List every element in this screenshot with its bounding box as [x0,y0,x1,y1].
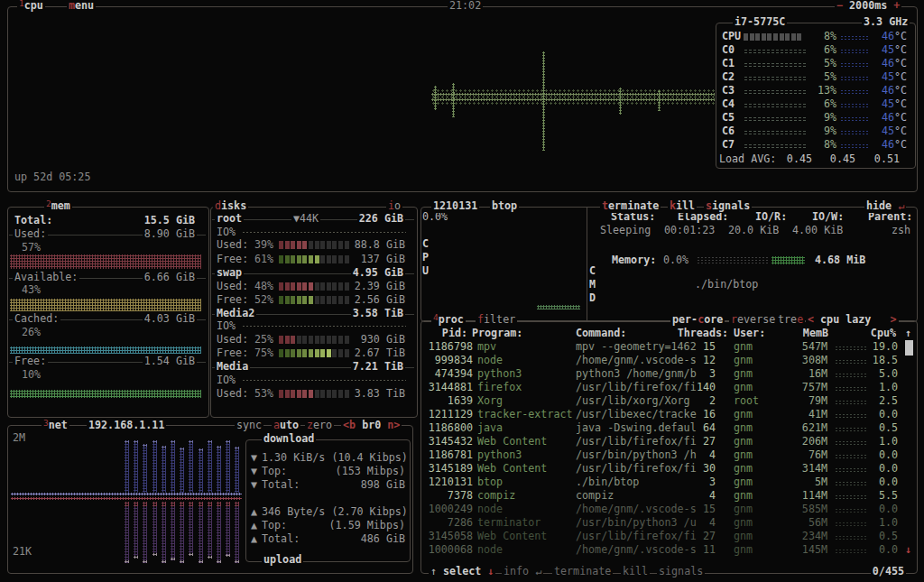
process-row-cpu[interactable]: 1.0 [879,381,898,394]
filter-label[interactable]: ilter [484,313,515,326]
sort-next[interactable]: > [871,313,896,326]
process-row-mem[interactable]: 16M [808,367,827,381]
process-row-command[interactable]: /usr/lib/firefox/fi [576,435,697,448]
cpu-box-title-label[interactable]: cpu [24,0,43,12]
filter-button[interactable]: filter [476,313,517,327]
per-core-rest[interactable]: ore [704,313,723,326]
process-row-mem[interactable]: 757M [802,381,827,394]
process-row-mem[interactable]: 56M [808,516,827,530]
net-box-title-label[interactable]: net [49,419,68,431]
process-row-threads[interactable]: 15 [703,503,716,516]
tree-label[interactable]: tre [778,313,797,326]
process-row-user[interactable]: gnm [734,543,753,557]
process-row-user[interactable]: gnm [734,462,753,476]
process-row-user[interactable]: gnm [734,476,753,489]
process-row-pid[interactable]: 1211129 [429,408,473,421]
net-box-title[interactable]: 3net [42,419,69,432]
process-row-user[interactable]: root [734,394,759,408]
process-row-command[interactable]: ./bin/btop [576,476,639,489]
process-row-threads[interactable]: 15 [703,340,716,354]
process-row-cpu[interactable]: 0.0 [879,462,898,476]
process-row-user[interactable]: gnm [734,354,753,367]
process-row-pid[interactable]: 1000068 [429,543,473,557]
process-row-threads[interactable]: 3 [709,476,716,489]
process-row-command[interactable]: /usr/lib/firefox/fi [576,381,697,394]
process-row-cpu[interactable]: 18.5 [873,354,898,367]
process-row-program[interactable]: terminator [477,516,541,530]
process-row-pid[interactable]: 7378 [448,489,473,503]
mem-box-hotkey[interactable]: 2 [46,199,51,208]
process-row-pid[interactable]: 3145432 [429,435,473,448]
process-row-pid[interactable]: 474394 [435,367,473,381]
process-row-user[interactable]: gnm [734,421,753,435]
hide-label[interactable]: hide [866,199,898,212]
terminate-label[interactable]: erminate [608,199,659,212]
info-enter-icon[interactable]: ↵ [535,565,541,577]
process-row-cpu[interactable]: 1.0 [879,516,898,530]
net-sync-button[interactable]: sync [235,419,263,432]
process-row-command[interactable]: mpv --geometry=1462 [576,340,697,354]
process-row-threads[interactable]: 2 [709,394,716,408]
process-row-mem[interactable]: 5M [815,476,827,489]
per-core-toggle[interactable]: per-core [670,313,725,327]
sort-mode[interactable]: cpu lazy [820,313,871,326]
process-row-user[interactable]: gnm [734,435,753,448]
footer-select[interactable]: ↑ select ↓ [429,565,495,578]
scrollbar-thumb[interactable] [905,340,913,356]
menu-label[interactable]: enu [75,0,94,12]
reverse-label[interactable]: everse [737,313,775,326]
process-row-user[interactable]: gnm [734,408,753,421]
net-auto-hotkey[interactable]: a [273,419,280,431]
process-row-program[interactable]: node [477,354,503,367]
net-zero-button[interactable]: zero [305,419,334,432]
signals-label[interactable]: ignals [712,199,750,212]
process-row-command[interactable]: compiz [576,489,614,503]
footer-info[interactable]: info ↵ [502,565,543,578]
process-row-threads[interactable]: 12 [703,354,716,367]
process-row-program[interactable]: mpv [477,340,496,354]
mem-box-title[interactable]: 2mem [44,199,72,213]
process-row-program[interactable]: java [477,421,503,435]
process-row-threads[interactable]: 4 [709,489,716,503]
proc-box-title[interactable]: 4proc [431,313,466,327]
mem-box-title-label[interactable]: mem [51,199,70,212]
process-row-cpu[interactable]: 0.0 [879,543,898,557]
select-down-icon[interactable]: ↓ [481,565,494,577]
process-row-command[interactable]: /usr/bin/python3 /h [576,448,697,462]
process-row-mem[interactable]: 206M [802,435,827,448]
process-row-program[interactable]: btop [477,476,503,489]
process-row-pid[interactable]: 3145189 [429,462,473,476]
disks-box-title-label[interactable]: isks [221,199,246,212]
process-row-mem[interactable]: 308M [802,354,827,367]
process-row-mem[interactable]: 547M [802,340,827,354]
process-row-threads[interactable]: 11 [703,543,716,557]
process-row-command[interactable]: /home/gnm/.vscode-s [576,354,697,367]
process-row-program[interactable]: python3 [477,448,522,462]
process-row-cpu[interactable]: 0.0 [879,503,898,516]
kill-label[interactable]: ill [676,199,695,212]
process-row-user[interactable]: gnm [734,367,753,381]
net-iface-selector[interactable]: <b br0 n> [341,419,402,432]
process-row-program[interactable]: node [477,543,503,557]
disks-io-label[interactable]: o [394,199,401,212]
sort-selector[interactable]: < cpu lazy > [806,313,899,327]
process-row-pid[interactable]: 1186781 [429,448,473,462]
process-row-command[interactable]: /usr/lib/xorg/Xorg [576,394,690,408]
disks-io-toggle[interactable]: io [386,199,402,213]
cpu-box-title[interactable]: 1cpu [17,0,45,13]
net-box-hotkey[interactable]: 3 [43,418,49,428]
process-row-command[interactable]: /usr/bin/python3 /u [576,516,697,530]
process-row-user[interactable]: gnm [734,448,753,462]
proc-box-hotkey[interactable]: 4 [433,312,439,322]
process-row-mem[interactable]: 145M [802,543,827,557]
process-row-user[interactable]: gnm [734,381,753,394]
process-row-command[interactable]: java -Dswing.defaul [576,421,697,435]
net-iface-next[interactable]: n> [387,419,400,431]
process-row-threads[interactable]: 30 [703,462,716,476]
process-row-user[interactable]: gnm [734,516,753,530]
process-row-mem[interactable]: 41M [808,408,827,421]
process-row-program[interactable]: node [477,503,503,516]
process-row-mem[interactable]: 76M [808,448,827,462]
process-row-pid[interactable]: 1186800 [429,421,473,435]
process-row-pid[interactable]: 3145058 [429,530,473,543]
